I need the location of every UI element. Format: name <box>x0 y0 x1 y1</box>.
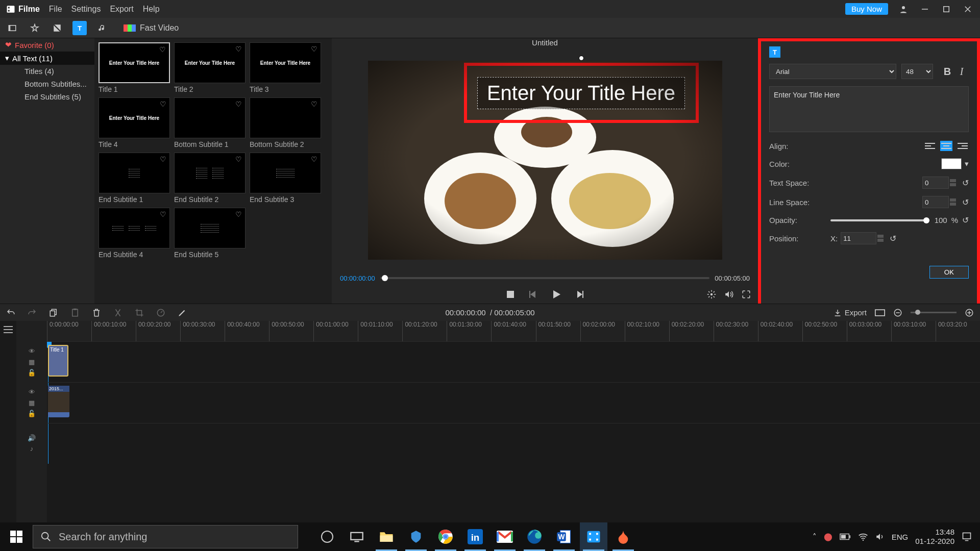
edit-button[interactable] <box>178 308 187 317</box>
text-properties-tab-icon[interactable]: T <box>769 46 780 58</box>
scrub-track[interactable] <box>380 277 710 279</box>
buy-now-button[interactable]: Buy Now <box>845 3 888 15</box>
prev-frame-button[interactable] <box>528 290 537 299</box>
template-thumb[interactable]: ♡End Subtitle 4 <box>99 208 170 259</box>
tray-battery-icon[interactable] <box>840 533 851 540</box>
redo-button[interactable] <box>28 308 37 317</box>
filme-taskbar-icon[interactable] <box>580 522 607 551</box>
menu-file[interactable]: File <box>49 5 62 14</box>
notifications-icon[interactable] <box>962 532 972 542</box>
settings-icon[interactable] <box>707 290 716 299</box>
media-tab-icon[interactable] <box>5 21 19 35</box>
assistant-icon[interactable] <box>402 522 430 551</box>
timeline-body[interactable]: 0:00:00:0000:00:10:0000:00:20:0000:00:30… <box>47 321 980 522</box>
tray-volume-icon[interactable] <box>875 532 885 541</box>
menu-help[interactable]: Help <box>143 5 160 14</box>
fit-timeline-icon[interactable] <box>875 309 885 316</box>
chrome-icon[interactable] <box>432 522 459 551</box>
template-thumb[interactable]: ♡Bottom Subtitle 1 <box>174 97 246 148</box>
lock-icon[interactable]: 🔓 <box>28 369 36 377</box>
crop-button[interactable] <box>135 308 144 317</box>
template-thumb[interactable]: ♡End Subtitle 2 <box>174 153 246 204</box>
template-thumb[interactable]: ♡Enter Your Title HereTitle 1 <box>99 42 170 93</box>
italic-button[interactable]: I <box>954 66 969 78</box>
tray-language[interactable]: ENG <box>892 533 909 541</box>
favorite-icon[interactable]: ♡ <box>311 100 317 108</box>
favorite-icon[interactable]: ♡ <box>235 100 242 108</box>
lock-icon[interactable]: 🔓 <box>28 410 36 417</box>
menu-export[interactable]: Export <box>110 5 133 14</box>
favorite-icon[interactable]: ♡ <box>160 210 166 218</box>
video-track[interactable]: 2015... <box>47 382 980 423</box>
ok-button[interactable]: OK <box>929 266 969 279</box>
align-center-button[interactable] <box>940 141 952 151</box>
text-tab-icon[interactable]: T <box>72 21 87 35</box>
export-button[interactable]: Export <box>834 308 867 317</box>
sidebar-bottom-subtitles[interactable]: Bottom Subtitles... <box>0 78 94 90</box>
start-button[interactable] <box>0 522 33 551</box>
line-space-input[interactable] <box>922 196 949 208</box>
favorite-icon[interactable]: ♡ <box>235 45 242 53</box>
play-button[interactable] <box>551 289 562 300</box>
minimize-button[interactable] <box>919 3 931 15</box>
favorite-icon[interactable]: ♡ <box>311 45 317 53</box>
text-space-spinner[interactable] <box>950 179 956 186</box>
text-track[interactable]: Title 1 <box>47 341 980 382</box>
split-button[interactable] <box>113 308 122 317</box>
pos-x-input[interactable] <box>841 232 876 244</box>
title-clip[interactable]: Title 1 <box>48 345 68 377</box>
align-right-button[interactable] <box>957 141 969 151</box>
fast-video-button[interactable]: Fast Video <box>124 23 179 33</box>
timeline-menu-icon[interactable] <box>0 321 16 522</box>
template-thumb[interactable]: ♡Bottom Subtitle 2 <box>250 97 321 148</box>
volume-icon[interactable] <box>724 290 733 299</box>
gmail-icon[interactable] <box>491 522 519 551</box>
zoom-slider[interactable] <box>911 312 957 313</box>
eye-icon[interactable]: 👁 <box>29 347 35 355</box>
tray-wifi-icon[interactable] <box>858 533 868 541</box>
favorite-icon[interactable]: ♡ <box>159 45 166 54</box>
text-space-input[interactable] <box>922 177 949 189</box>
stop-button[interactable] <box>506 290 515 299</box>
next-frame-button[interactable] <box>575 290 584 299</box>
line-space-reset-icon[interactable]: ↺ <box>962 197 969 207</box>
title-text-input[interactable]: Enter Your Title Here <box>769 86 969 132</box>
favorite-icon[interactable]: ♡ <box>160 155 166 163</box>
favorite-icon[interactable]: ♡ <box>235 155 242 163</box>
audio-track[interactable] <box>47 423 980 464</box>
template-thumb[interactable]: ♡End Subtitle 5 <box>174 208 246 259</box>
maximize-button[interactable] <box>940 3 952 15</box>
line-space-spinner[interactable] <box>950 198 956 206</box>
bold-button[interactable]: B <box>940 66 954 78</box>
linkedin-icon[interactable]: in <box>461 522 489 551</box>
template-thumb[interactable]: ♡Enter Your Title HereTitle 3 <box>250 42 321 93</box>
sidebar-favorite[interactable]: ❤ Favorite (0) <box>0 38 94 52</box>
tray-clock[interactable]: 13:48 01-12-2020 <box>915 528 954 546</box>
template-thumb[interactable]: ♡End Subtitle 3 <box>250 153 321 204</box>
tray-security-icon[interactable]: ⬤ <box>824 532 832 541</box>
speed-button[interactable] <box>156 308 165 317</box>
favorite-icon[interactable]: ♡ <box>311 155 317 163</box>
word-icon[interactable]: W <box>550 522 578 551</box>
opacity-slider-handle[interactable] <box>923 217 929 223</box>
menu-settings[interactable]: Settings <box>71 5 101 14</box>
title-overlay-selection[interactable]: Enter Your Title Here <box>464 63 699 123</box>
taskbar-search[interactable]: Search for anything <box>33 525 298 548</box>
eye-icon[interactable]: 👁 <box>29 388 35 396</box>
account-icon[interactable] <box>897 3 910 15</box>
edge-icon[interactable] <box>521 522 548 551</box>
align-left-button[interactable] <box>924 141 936 151</box>
scrub-head[interactable] <box>382 275 388 281</box>
favorite-icon[interactable]: ♡ <box>160 100 166 108</box>
text-space-reset-icon[interactable]: ↺ <box>962 178 969 188</box>
transitions-tab-icon[interactable] <box>50 21 64 35</box>
zoom-in-button[interactable] <box>965 308 974 317</box>
font-size-select[interactable]: 48 <box>901 64 933 79</box>
undo-button[interactable] <box>6 308 15 317</box>
position-reset-icon[interactable]: ↺ <box>890 234 896 243</box>
volume-icon[interactable]: 🔊 <box>28 434 36 442</box>
rotation-handle[interactable] <box>579 56 584 61</box>
audio-tab-icon[interactable] <box>95 21 109 35</box>
template-thumb[interactable]: ♡Enter Your Title HereTitle 4 <box>99 97 170 148</box>
task-view-icon[interactable] <box>343 522 371 551</box>
